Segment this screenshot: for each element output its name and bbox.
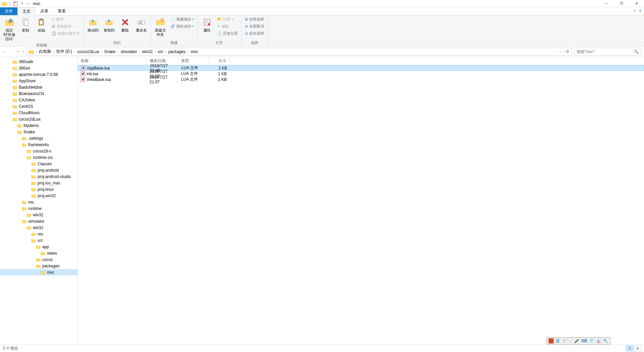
shirt-icon[interactable]: 👔 xyxy=(596,339,601,343)
help-icon[interactable]: ? xyxy=(639,9,641,14)
tree-item[interactable]: res xyxy=(0,231,77,237)
tree-item[interactable]: 360safe xyxy=(0,58,77,65)
ime-lang[interactable]: 英 xyxy=(556,338,560,344)
tab-home[interactable]: 主页 xyxy=(17,7,36,15)
tree-item[interactable]: cocos2d-x xyxy=(0,148,77,154)
up-button[interactable]: ↑ xyxy=(22,49,24,54)
col-type[interactable]: 类型 xyxy=(178,57,209,65)
breadcrumb-item[interactable]: cocos2dLua xyxy=(76,49,100,54)
tab-share[interactable]: 共享 xyxy=(36,7,53,15)
file-row[interactable]: ViewBase.lua2018/7/27 21:07LUA 文件2 KB xyxy=(78,77,644,82)
col-name[interactable]: 名称˄ xyxy=(78,57,147,65)
breadcrumb-dropdown[interactable]: ⌄ xyxy=(557,50,564,53)
tree-item[interactable]: src xyxy=(0,237,77,244)
breadcrumb[interactable]: › 此电脑›软件 (D:)›cocos2dLua›Snake›simulator… xyxy=(26,48,572,56)
search-input[interactable] xyxy=(577,49,634,54)
folder-tree[interactable]: 360safe360sdapache-tomcat-7.0.59AppStore… xyxy=(0,57,78,344)
copy-to-button[interactable]: 复制到 xyxy=(102,16,116,33)
breadcrumb-item[interactable]: 此电脑 xyxy=(38,49,52,54)
chevron-right-icon[interactable]: › xyxy=(165,50,167,53)
breadcrumb-item[interactable]: simulator xyxy=(119,49,139,54)
easy-access-button[interactable]: 🔗轻松访问▾ xyxy=(169,23,195,30)
rename-button[interactable]: ab 重命名 xyxy=(134,16,149,33)
chevron-right-icon[interactable]: › xyxy=(138,50,141,53)
chevron-right-icon[interactable]: › xyxy=(100,50,103,53)
tree-item[interactable]: Classes xyxy=(0,161,77,167)
chevron-right-icon[interactable]: › xyxy=(35,50,38,53)
col-size[interactable]: 大小 xyxy=(209,57,229,65)
wrench-icon[interactable]: 🔧 xyxy=(603,339,608,343)
tree-item[interactable]: win32 xyxy=(0,224,77,231)
tree-item[interactable]: Mydemo xyxy=(0,122,77,129)
tree-item[interactable]: views xyxy=(0,250,77,256)
properties-button[interactable]: 属性 xyxy=(200,16,214,33)
tree-item[interactable]: BaiduNetdisk xyxy=(0,84,77,90)
comma-icon[interactable]: '， xyxy=(568,338,572,344)
breadcrumb-item[interactable]: win32 xyxy=(141,49,154,54)
tree-item[interactable]: win32 xyxy=(0,212,77,218)
new-folder-button[interactable]: ★ 新建文件夹 xyxy=(153,16,168,38)
tree-item[interactable]: 360sd xyxy=(0,65,77,71)
forward-button[interactable]: → xyxy=(10,49,14,54)
chevron-right-icon[interactable]: › xyxy=(154,50,156,53)
cut-button[interactable]: ✂剪切 xyxy=(50,16,81,23)
person-icon[interactable]: 👕 xyxy=(589,339,594,343)
tree-item[interactable]: proj.linux xyxy=(0,186,77,192)
properties-icon[interactable] xyxy=(12,1,18,7)
open-button[interactable]: 📂打开▾ xyxy=(216,16,239,23)
ime-tray[interactable]: S 英 ☽ '， 🎤 ⌨ 👕 👔 🔧 xyxy=(546,337,610,345)
tree-item[interactable]: cocos xyxy=(0,256,77,263)
chevron-right-icon[interactable]: › xyxy=(117,50,119,53)
breadcrumb-item[interactable]: packages xyxy=(167,49,187,54)
new-item-button[interactable]: 📄新建项目▾ xyxy=(169,16,195,23)
move-to-button[interactable]: 移动到 xyxy=(86,16,100,33)
select-none-button[interactable]: ⊟全部取消 xyxy=(244,23,265,30)
chevron-right-icon[interactable]: › xyxy=(73,50,76,53)
copy-path-button[interactable]: 🗐复制路径 xyxy=(50,23,81,30)
chevron-right-icon[interactable]: › xyxy=(187,50,189,53)
icons-view-button[interactable]: ⊞ xyxy=(634,345,641,351)
edit-button[interactable]: ✎编辑 xyxy=(216,23,239,30)
breadcrumb-item[interactable]: mvc xyxy=(190,49,200,54)
tree-item[interactable]: app xyxy=(0,244,77,250)
tree-item[interactable]: .settings xyxy=(0,135,77,141)
tree-item[interactable]: cocos2dLua xyxy=(0,116,77,122)
tree-item[interactable]: Snake xyxy=(0,129,77,135)
sogou-icon[interactable]: S xyxy=(548,338,554,344)
breadcrumb-item[interactable]: Snake xyxy=(103,49,117,54)
history-button[interactable]: 🕑历史记录 xyxy=(216,30,239,37)
back-button[interactable]: ← xyxy=(3,49,7,54)
tree-item[interactable]: CloudMusic xyxy=(0,109,77,116)
paste-shortcut-button[interactable]: 📋粘贴快捷方式 xyxy=(50,30,81,37)
tree-item[interactable]: proj.win32 xyxy=(0,192,77,199)
breadcrumb-item[interactable]: 软件 (D:) xyxy=(55,49,73,54)
tree-item[interactable]: mvc xyxy=(0,269,77,275)
keyboard-icon[interactable]: ⌨ xyxy=(581,339,587,343)
paste-button[interactable]: 粘贴 xyxy=(34,16,49,33)
tree-item[interactable]: res xyxy=(0,199,77,205)
minimize-button[interactable]: ─ xyxy=(599,0,614,7)
tab-file[interactable]: 文件 xyxy=(0,7,17,15)
tree-item[interactable]: CAJView xyxy=(0,97,77,103)
maximize-button[interactable]: ❐ xyxy=(614,0,629,7)
tree-item[interactable]: packages xyxy=(0,263,77,269)
pin-to-quick-access-button[interactable]: 固定到"快速访问" xyxy=(2,16,17,42)
breadcrumb-item[interactable]: src xyxy=(157,49,165,54)
invert-selection-button[interactable]: ⊡反向选择 xyxy=(244,30,265,37)
tree-item[interactable]: runtime-src xyxy=(0,154,77,161)
tab-view[interactable]: 查看 xyxy=(53,7,70,15)
tree-item[interactable]: proj.ios_mac xyxy=(0,180,77,186)
mic-icon[interactable]: 🎤 xyxy=(574,339,579,343)
refresh-button[interactable]: ⟳ xyxy=(564,49,571,54)
tree-item[interactable]: proj.android-studio xyxy=(0,173,77,180)
ribbon-collapse-icon[interactable]: ^ xyxy=(634,9,636,14)
tree-item[interactable]: BluestacksCN xyxy=(0,90,77,97)
tree-item[interactable]: simulator xyxy=(0,218,77,224)
search-icon[interactable]: 🔍 xyxy=(634,49,639,54)
dropdown-icon[interactable]: ▼ xyxy=(19,1,25,7)
breadcrumb-root-icon[interactable] xyxy=(27,49,35,54)
copy-button[interactable]: 复制 xyxy=(18,16,33,33)
tree-item[interactable]: runtime xyxy=(0,205,77,212)
close-button[interactable]: ✕ xyxy=(629,0,644,7)
recent-dropdown[interactable]: ▾ xyxy=(17,50,19,53)
